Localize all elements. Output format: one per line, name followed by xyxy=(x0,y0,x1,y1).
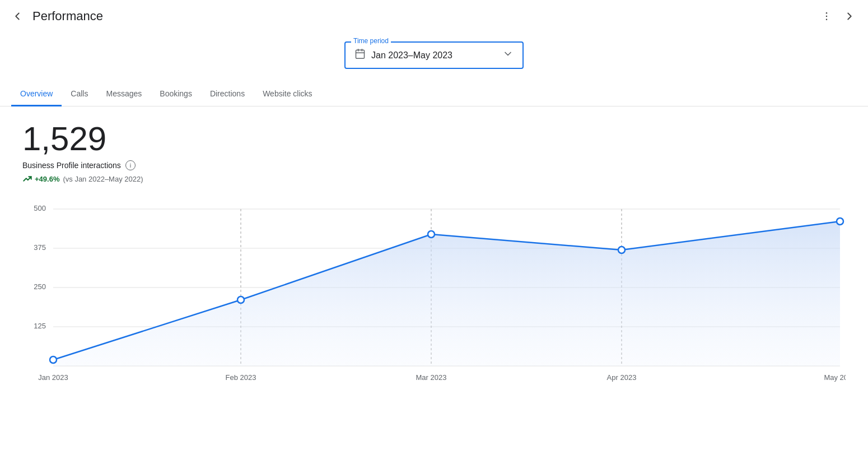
dropdown-arrow-icon xyxy=(502,48,514,62)
y-label-250: 250 xyxy=(34,282,46,291)
datapoint-mar[interactable] xyxy=(428,231,435,238)
calendar-icon xyxy=(354,48,366,62)
chart-wrapper: 500 375 250 125 xyxy=(22,195,846,408)
datapoint-jan[interactable] xyxy=(50,356,57,363)
tab-directions[interactable]: Directions xyxy=(201,82,254,106)
back-button[interactable] xyxy=(9,8,26,25)
tab-messages[interactable]: Messages xyxy=(97,82,151,106)
performance-chart: 500 375 250 125 xyxy=(22,195,846,408)
time-period-select[interactable]: Time period Jan 2023–May 2023 xyxy=(344,41,524,69)
tab-bookings[interactable]: Bookings xyxy=(151,82,201,106)
header: Performance xyxy=(0,0,868,30)
x-label-mar: Mar 2023 xyxy=(416,373,447,382)
x-label-jan: Jan 2023 xyxy=(38,373,68,382)
x-label-feb: Feb 2023 xyxy=(226,373,256,382)
page-title: Performance xyxy=(32,9,103,24)
time-period-label: Time period xyxy=(351,37,391,45)
change-positive: +49.6% xyxy=(22,174,59,184)
more-options-icon xyxy=(821,11,832,22)
x-label-apr: Apr 2023 xyxy=(607,373,637,382)
trend-up-icon xyxy=(22,174,32,184)
time-period-value: Jan 2023–May 2023 xyxy=(371,50,497,61)
svg-rect-3 xyxy=(356,50,365,58)
chart-container: 500 375 250 125 xyxy=(0,184,868,419)
metric-label: Business Profile interactions i xyxy=(22,160,846,170)
datapoint-apr[interactable] xyxy=(618,247,625,253)
svg-point-2 xyxy=(826,19,828,21)
back-arrow-icon xyxy=(11,10,24,22)
y-label-125: 125 xyxy=(34,322,46,330)
metric-number: 1,529 xyxy=(22,122,846,156)
change-value: +49.6% xyxy=(35,175,59,183)
svg-point-0 xyxy=(826,12,828,14)
datapoint-feb[interactable] xyxy=(237,296,244,303)
datapoint-may[interactable] xyxy=(837,218,843,225)
info-icon[interactable]: i xyxy=(125,160,136,170)
tab-website-clicks[interactable]: Website clicks xyxy=(254,82,321,106)
y-label-500: 500 xyxy=(34,204,46,212)
y-label-375: 375 xyxy=(34,243,46,252)
x-label-may: May 2023 xyxy=(824,373,846,382)
metric-label-text: Business Profile interactions xyxy=(22,161,121,170)
svg-point-1 xyxy=(826,16,828,17)
change-comparison: (vs Jan 2022–May 2022) xyxy=(63,175,143,183)
header-left: Performance xyxy=(9,8,103,25)
forward-button[interactable] xyxy=(840,7,859,26)
chart-area xyxy=(53,221,840,366)
more-options-button[interactable] xyxy=(818,7,836,25)
metric-change: +49.6% (vs Jan 2022–May 2022) xyxy=(22,174,846,184)
header-right xyxy=(818,7,859,26)
forward-arrow-icon xyxy=(843,10,856,22)
tab-calls[interactable]: Calls xyxy=(62,82,97,106)
tab-overview[interactable]: Overview xyxy=(11,82,62,106)
tabs-container: Overview Calls Messages Bookings Directi… xyxy=(0,82,868,106)
metrics-section: 1,529 Business Profile interactions i +4… xyxy=(0,106,868,184)
time-period-container: Time period Jan 2023–May 2023 xyxy=(0,30,868,82)
